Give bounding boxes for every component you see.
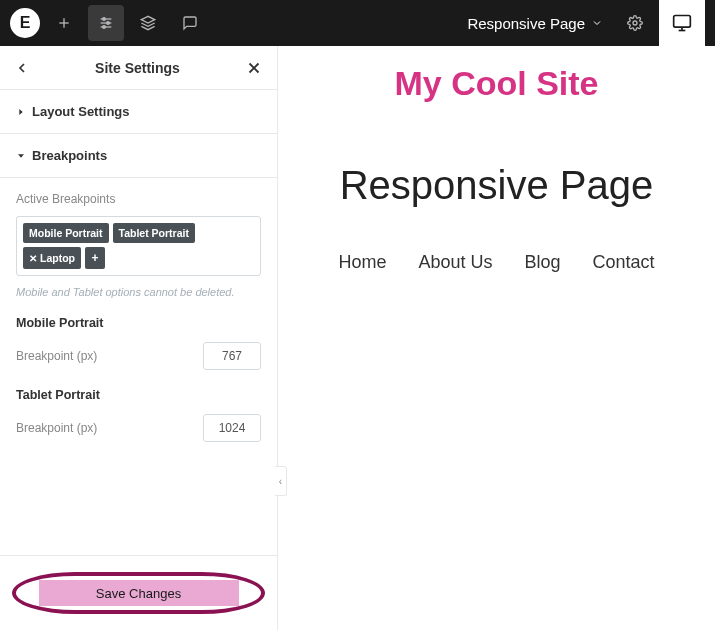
preview-area: My Cool Site Responsive Page Home About … <box>278 46 715 630</box>
breakpoints-tag-box[interactable]: Mobile Portrait Tablet Portrait ✕Laptop … <box>16 216 261 276</box>
bp-group-title-tablet: Tablet Portrait <box>16 388 261 402</box>
section-breakpoints[interactable]: Breakpoints <box>0 134 277 178</box>
navigator-button[interactable] <box>130 5 166 41</box>
svg-marker-8 <box>141 16 154 23</box>
bp-label: Breakpoint (px) <box>16 421 97 435</box>
page-title-dropdown[interactable]: Responsive Page <box>467 15 603 32</box>
tag-mobile-portrait: Mobile Portrait <box>23 223 109 243</box>
collapse-panel-button[interactable]: ‹ <box>275 466 287 496</box>
section-label: Breakpoints <box>32 148 107 163</box>
save-button[interactable]: Save Changes <box>39 580 239 606</box>
svg-point-5 <box>107 22 110 25</box>
page-settings-button[interactable] <box>617 5 653 41</box>
bp-input-mobile[interactable] <box>203 342 261 370</box>
page-title-label: Responsive Page <box>467 15 585 32</box>
svg-point-7 <box>103 26 106 29</box>
nav-item-blog[interactable]: Blog <box>524 252 560 273</box>
sidebar: Site Settings Layout Settings Breakpoint… <box>0 46 278 630</box>
remove-icon[interactable]: ✕ <box>29 253 37 264</box>
back-button[interactable] <box>14 60 30 76</box>
site-title: My Cool Site <box>394 64 598 103</box>
sidebar-title: Site Settings <box>95 60 180 76</box>
section-layout-settings[interactable]: Layout Settings <box>0 90 277 134</box>
nav-item-home[interactable]: Home <box>338 252 386 273</box>
tag-tablet-portrait: Tablet Portrait <box>113 223 195 243</box>
svg-point-9 <box>633 21 637 25</box>
settings-button[interactable] <box>88 5 124 41</box>
bp-group-title-mobile: Mobile Portrait <box>16 316 261 330</box>
add-breakpoint-button[interactable]: + <box>85 247 105 269</box>
nav-item-about[interactable]: About Us <box>418 252 492 273</box>
topbar: E Responsive Page <box>0 0 715 46</box>
chevron-down-icon <box>591 17 603 29</box>
close-icon <box>245 59 263 77</box>
notes-button[interactable] <box>172 5 208 41</box>
nav-menu: Home About Us Blog Contact <box>338 252 654 273</box>
breakpoints-hint: Mobile and Tablet options cannot be dele… <box>16 286 261 298</box>
add-button[interactable] <box>46 5 82 41</box>
page-heading: Responsive Page <box>340 163 654 208</box>
elementor-logo[interactable]: E <box>10 8 40 38</box>
svg-rect-10 <box>674 16 691 28</box>
svg-marker-15 <box>19 109 22 115</box>
caret-right-icon <box>16 107 26 117</box>
caret-down-icon <box>16 151 26 161</box>
logo-letter: E <box>20 14 31 32</box>
bp-input-tablet[interactable] <box>203 414 261 442</box>
close-button[interactable] <box>245 59 263 77</box>
chevron-left-icon <box>14 60 30 76</box>
svg-marker-16 <box>18 154 24 157</box>
svg-point-3 <box>103 18 106 21</box>
tag-laptop[interactable]: ✕Laptop <box>23 247 81 269</box>
section-label: Layout Settings <box>32 104 130 119</box>
sidebar-header: Site Settings <box>0 46 277 90</box>
nav-item-contact[interactable]: Contact <box>593 252 655 273</box>
responsive-mode-button[interactable] <box>659 0 705 46</box>
active-breakpoints-label: Active Breakpoints <box>16 192 261 206</box>
bp-label: Breakpoint (px) <box>16 349 97 363</box>
save-highlight: Save Changes <box>12 572 265 614</box>
